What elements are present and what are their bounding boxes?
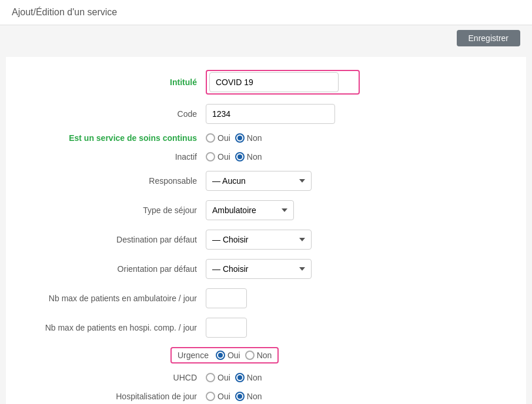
intitule-highlight-wrapper [206,70,360,95]
orientation-label: Orientation par défaut [18,264,206,274]
destination-row: Destination par défaut — Choisir [6,228,526,251]
intitule-row: Intitulé [6,69,526,96]
save-button[interactable]: Enregistrer [457,30,520,46]
urgence-label: Urgence [178,351,209,360]
urgence-non-label: Non [257,351,272,360]
uhcd-oui[interactable]: Oui [206,373,230,382]
intitule-input[interactable] [209,72,339,92]
urgence-oui-label: Oui [227,351,240,360]
hospi-jour-non-label: Non [247,392,262,401]
hospi-jour-non[interactable]: Non [235,392,262,401]
uhcd-non-circle[interactable] [235,373,245,382]
soins-continus-oui[interactable]: Oui [206,133,230,143]
orientation-row: Orientation par défaut — Choisir [6,258,526,280]
uhcd-non[interactable]: Non [235,373,262,382]
uhcd-oui-circle[interactable] [206,373,215,382]
uhcd-label: UHCD [18,373,206,382]
responsable-select[interactable]: — Aucun [206,171,312,191]
soins-continus-row: Est un service de soins continus Oui Non [6,132,526,144]
urgence-oui-circle[interactable] [216,351,225,360]
urgence-highlight-wrapper: Urgence Oui Non [170,347,279,363]
inactif-label: Inactif [18,152,206,161]
form-container: Intitulé Code Est un service de soins co… [6,57,526,404]
hospi-jour-row: Hospitalisation de jour Oui Non [6,390,526,402]
soins-continus-non-circle[interactable] [235,133,245,143]
responsable-row: Responsable — Aucun [6,170,526,192]
destination-label: Destination par défaut [18,235,206,244]
soins-continus-label: Est un service de soins continus [18,133,206,143]
nb-hospi-input[interactable] [206,318,247,338]
uhcd-radio-group: Oui Non [206,373,262,382]
nb-hospi-label: Nb max de patients en hospi. comp. / jou… [18,323,206,332]
nb-ambulatoire-label: Nb max de patients en ambulatoire / jour [18,294,206,303]
intitule-label: Intitulé [18,78,206,87]
uhcd-oui-label: Oui [218,373,230,382]
nb-ambulatoire-input[interactable] [206,288,247,308]
code-row: Code [6,103,526,125]
uhcd-row: UHCD Oui Non [6,372,526,383]
code-label: Code [18,109,206,119]
page-title: Ajout/Édition d'un service [0,0,532,25]
type-sejour-label: Type de séjour [18,206,206,215]
page-title-text: Ajout/Édition d'un service [12,7,117,17]
inactif-oui-label: Oui [218,152,230,161]
soins-continus-oui-label: Oui [218,133,230,143]
inactif-oui[interactable]: Oui [206,152,230,161]
uhcd-non-label: Non [247,373,262,382]
hospi-jour-oui-circle[interactable] [206,392,215,401]
inactif-non-label: Non [247,152,262,161]
hospi-jour-radio-group: Oui Non [206,392,262,401]
type-sejour-select[interactable]: Ambulatoire [206,200,294,220]
soins-continus-non[interactable]: Non [235,133,262,143]
soins-continus-oui-circle[interactable] [206,133,215,143]
responsable-label: Responsable [18,176,206,186]
urgence-non[interactable]: Non [245,351,272,360]
nb-ambulatoire-row: Nb max de patients en ambulatoire / jour [6,287,526,309]
hospi-jour-oui[interactable]: Oui [206,392,230,401]
urgence-non-circle[interactable] [245,351,255,360]
inactif-non-circle[interactable] [235,152,245,161]
destination-select[interactable]: — Choisir [206,230,312,250]
urgence-radio-group: Oui Non [216,351,272,360]
soins-continus-radio-group: Oui Non [206,133,262,143]
urgence-row: Urgence Oui Non [6,346,526,365]
hospi-jour-non-circle[interactable] [235,392,245,401]
soins-continus-non-label: Non [247,133,262,143]
type-sejour-row: Type de séjour Ambulatoire [6,199,526,221]
urgence-oui[interactable]: Oui [216,351,240,360]
inactif-row: Inactif Oui Non [6,151,526,163]
nb-hospi-row: Nb max de patients en hospi. comp. / jou… [6,317,526,339]
orientation-select[interactable]: — Choisir [206,259,312,279]
hospi-jour-oui-label: Oui [218,392,230,401]
hospi-jour-label: Hospitalisation de jour [18,392,206,401]
inactif-radio-group: Oui Non [206,152,262,161]
code-input[interactable] [206,104,335,124]
inactif-oui-circle[interactable] [206,152,215,161]
inactif-non[interactable]: Non [235,152,262,161]
